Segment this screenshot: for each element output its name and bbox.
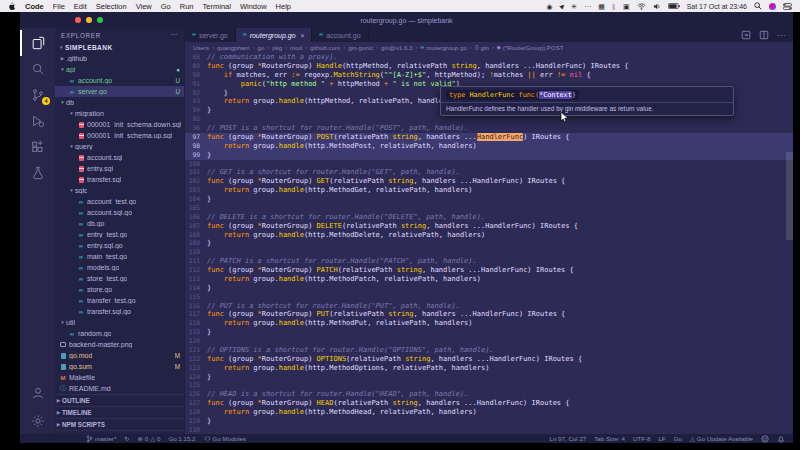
code-line[interactable]: 96// POST is a shortcut for router.Handl… — [185, 124, 793, 133]
control-center-icon[interactable] — [783, 3, 792, 10]
explorer-icon[interactable] — [20, 30, 55, 56]
more-actions-icon[interactable]: ⋯ — [777, 31, 785, 40]
tree-item-server-go[interactable]: ∞server.goU — [55, 86, 184, 97]
tree-item-migration[interactable]: ▼migration — [55, 108, 184, 119]
settings-gear-icon[interactable] — [20, 408, 55, 434]
code-line[interactable]: 112func (group *RouterGroup) PATCH(relat… — [185, 266, 793, 275]
menu-go[interactable]: Go — [161, 2, 171, 11]
menu-help[interactable]: Help — [276, 2, 291, 11]
wifi-icon[interactable] — [637, 3, 646, 10]
minimize-window-button[interactable] — [86, 17, 92, 23]
tree-item-transfer-sql-go[interactable]: ∞transfer.sql.go — [55, 306, 184, 317]
code-line[interactable]: 88// communication with a proxy). — [185, 53, 793, 62]
menubar-clock[interactable]: Sat 17 Oct at 23:46 — [687, 3, 747, 10]
code-line[interactable]: 109} — [185, 239, 793, 248]
feedback-icon[interactable] — [761, 435, 769, 443]
code-line[interactable]: 120 — [185, 337, 793, 346]
menu-edit[interactable]: Edit — [74, 2, 87, 11]
code-line[interactable]: 114} — [185, 284, 793, 293]
app-status-icon[interactable]: ✳ — [571, 3, 577, 10]
tab-size-indicator[interactable]: Tab Size: 4 — [594, 435, 625, 442]
tree-item-db[interactable]: ▼db — [55, 97, 184, 108]
tree-item-go-sum[interactable]: go.sumM — [55, 361, 184, 372]
tree-item-000001-init-schema-down-sql[interactable]: 000001_init_schema.down.sql — [55, 119, 184, 130]
code-line[interactable]: 107func (group *RouterGroup) DELETE(rela… — [185, 222, 793, 231]
open-changes-icon[interactable] — [741, 30, 751, 40]
sidebar-section-timeline[interactable]: ▶TIMELINE — [55, 406, 184, 418]
tree-item-api[interactable]: ▼api● — [55, 64, 184, 75]
go-modules-indicator[interactable]: Go Modules — [204, 435, 246, 442]
tab-routergroup-go[interactable]: ∞routergroup.go× — [236, 28, 313, 42]
tree-item--github[interactable]: ▶.github — [55, 53, 184, 64]
apple-menu-icon[interactable] — [8, 2, 16, 11]
code-line[interactable]: 98 return group.handle(http.MethodPost, … — [185, 142, 793, 151]
display-icon[interactable]: ▦ — [598, 3, 605, 10]
tree-item-backend-master-png[interactable]: backend-master.png — [55, 339, 184, 350]
testing-icon[interactable] — [20, 160, 55, 186]
extensions-icon[interactable] — [20, 134, 55, 160]
spotlight-search-icon[interactable] — [754, 2, 762, 10]
notifications-bell-icon[interactable] — [777, 435, 785, 443]
problems-indicator[interactable]: ⊗ 0 △ 0 — [138, 435, 161, 442]
tree-item-db-go[interactable]: ∞db.go — [55, 218, 184, 229]
tree-item-entry-test-go[interactable]: ∞entry_test.go — [55, 229, 184, 240]
source-control-icon[interactable]: 4 — [20, 82, 55, 108]
tree-item-entry-sql[interactable]: entry.sql — [55, 163, 184, 174]
code-line[interactable]: 100 — [185, 160, 793, 169]
encoding-indicator[interactable]: UTF-8 — [633, 435, 651, 442]
tree-item-readme-md[interactable]: ⓘREADME.md — [55, 383, 184, 394]
code-line[interactable]: 111// PATCH is a shortcut for router.Han… — [185, 257, 793, 266]
menu-window[interactable]: Window — [240, 2, 267, 11]
tree-item-util[interactable]: ▼util — [55, 317, 184, 328]
menu-file[interactable]: File — [53, 2, 65, 11]
split-editor-icon[interactable] — [759, 30, 769, 40]
battery-icon[interactable] — [668, 3, 680, 9]
tree-item-account-sql[interactable]: account.sql — [55, 152, 184, 163]
location-icon[interactable]: ▶ — [558, 2, 566, 10]
code-line[interactable]: 121// OPTIONS is a shortcut for router.H… — [185, 346, 793, 355]
tree-item-store-go[interactable]: ∞store.go — [55, 284, 184, 295]
go-version-indicator[interactable]: Go 1.15.2 — [168, 435, 195, 442]
explorer-actions-icon[interactable]: ⋯ — [170, 31, 178, 39]
screen-record-icon[interactable]: ◉ — [547, 3, 553, 10]
eol-indicator[interactable]: LF — [658, 435, 665, 442]
code-line[interactable]: 117func (group *RouterGroup) PUT(relativ… — [185, 310, 793, 319]
tree-item-go-mod[interactable]: go.modM — [55, 350, 184, 361]
code-line[interactable]: 128 return group.handle(http.MethodHead,… — [185, 408, 793, 417]
tree-item-query[interactable]: ▼query — [55, 141, 184, 152]
code-line[interactable]: 113 return group.handle(http.MethodPatch… — [185, 275, 793, 284]
editor-scrollbar[interactable] — [786, 152, 793, 240]
code-line[interactable]: 97func (group *RouterGroup) POST(relativ… — [185, 133, 793, 142]
code-line[interactable]: 125 — [185, 381, 793, 390]
code-line[interactable]: 103 return group.handle(http.MethodGet, … — [185, 186, 793, 195]
search-icon[interactable] — [20, 56, 55, 82]
tree-item-entry-sql-go[interactable]: ∞entry.sql.go — [55, 240, 184, 251]
menu-run[interactable]: Run — [180, 2, 194, 11]
go-update-indicator[interactable]: △ Go Update Available — [690, 435, 753, 442]
code-line[interactable]: 106// DELETE is a shortcut for router.Ha… — [185, 213, 793, 222]
tree-item-account-go[interactable]: ∞account.goU — [55, 75, 184, 86]
code-line[interactable]: 89func (group *RouterGroup) Handle(httpM… — [185, 62, 793, 71]
bluetooth-icon[interactable]: ᛒ — [612, 3, 616, 10]
zoom-window-button[interactable] — [97, 17, 103, 23]
tree-item-sqlc[interactable]: ▼sqlc — [55, 185, 184, 196]
code-line[interactable]: 118 return group.handle(http.MethodPut, … — [185, 319, 793, 328]
tree-item-random-go[interactable]: ∞random.go — [55, 328, 184, 339]
code-line[interactable]: 130 — [185, 426, 793, 434]
cursor-position-indicator[interactable]: Ln 97, Col 27 — [549, 435, 586, 442]
tree-item-makefile[interactable]: MMakefile — [55, 372, 184, 383]
code-line[interactable]: 115 — [185, 293, 793, 302]
menubar-app-name[interactable]: Code — [25, 2, 44, 11]
code-line[interactable]: 122func (group *RouterGroup) OPTIONS(rel… — [185, 355, 793, 364]
code-line[interactable]: 116// PUT is a shortcut for router.Handl… — [185, 302, 793, 311]
tree-item-transfer-test-go[interactable]: ∞transfer_test.go — [55, 295, 184, 306]
breadcrumb[interactable]: Users›quangpham›go›pkg›mod›github.com›gi… — [185, 42, 793, 52]
code-line[interactable]: 95 — [185, 115, 793, 124]
code-line[interactable]: 119} — [185, 328, 793, 337]
tree-item-store-test-go[interactable]: ∞store_test.go — [55, 273, 184, 284]
tree-item-000001-init-schema-up-sql[interactable]: 000001_init_schema.up.sql — [55, 130, 184, 141]
menu-terminal[interactable]: Terminal — [203, 2, 231, 11]
accounts-icon[interactable] — [20, 380, 55, 408]
keyboard-input-icon[interactable]: ▣ — [623, 3, 630, 10]
window-titlebar[interactable]: routergroup.go — simplebank — [20, 12, 793, 28]
